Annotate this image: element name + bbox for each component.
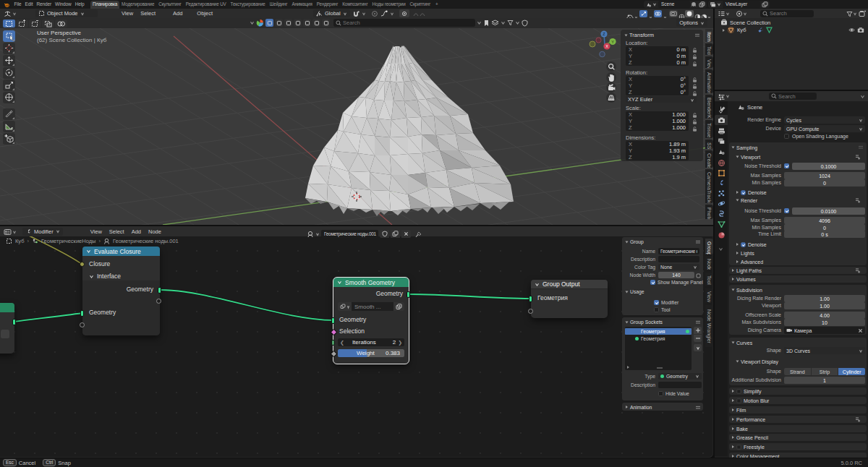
properties-render-tab[interactable] [715,115,728,125]
topbar-menu-file[interactable]: File [12,0,23,9]
disclosure-triangle-icon[interactable] [732,455,734,458]
socket-list-item[interactable]: Геометрия [625,335,692,342]
lights-subpanel-title[interactable]: Lights [741,251,754,256]
editor-type-outliner-icon[interactable] [718,10,726,17]
fake-user-ghost-icon[interactable] [691,1,697,7]
description-field[interactable] [658,256,699,262]
proportional-editing-icon[interactable] [371,10,378,17]
usage-panel-title[interactable]: Usage [630,289,644,294]
asset-scene-toggle[interactable] [284,19,292,27]
select-mode-extend-button[interactable] [16,20,28,27]
editor-type-geometry-nodes-icon[interactable] [4,228,12,236]
asset-brush-toggle[interactable] [303,19,311,27]
viewport-menu-view[interactable]: View [118,10,137,17]
add-workspace-button[interactable]: + [433,1,441,9]
presets-icon[interactable] [855,154,861,160]
iterations-stepper[interactable]: ❮Iterations2❯ [338,338,404,346]
location-z-field[interactable]: Z0 m [626,59,689,66]
modifier-wrench-icon[interactable] [757,27,764,33]
volumes-panel-title[interactable]: Volumes [736,277,756,282]
panel-menu-icon[interactable] [858,145,864,150]
group-panel-title[interactable]: Group [630,239,644,244]
new-viewlayer-icon[interactable] [762,1,768,8]
workspace-tab[interactable]: Текстурирование [229,1,268,9]
scale-tool-button[interactable] [3,80,15,91]
render-sampling-row-3-slider[interactable]: 0 s [784,231,865,238]
panel-menu-icon[interactable] [695,405,701,411]
workspace-tab[interactable]: Скриптинг [408,1,433,9]
render-engine-dropdown[interactable]: Cycles [784,116,865,124]
properties-physics-tab[interactable] [715,198,728,208]
transform-tool-button[interactable] [3,92,15,103]
bake-panel-title[interactable]: Bake [736,427,748,432]
properties-output-tab[interactable] [715,126,728,136]
unlock-icon[interactable] [692,84,697,89]
bookmark-icon[interactable] [483,20,490,27]
snap-target-icon[interactable] [401,11,407,17]
name-field[interactable]: Геометрические но... [658,248,699,254]
workspace-tab[interactable]: Редактирование UV [184,1,229,9]
workspace-tab[interactable]: Ноды геометрии [370,1,408,9]
asset-model-toggle[interactable] [265,19,273,27]
properties-scene-tab[interactable] [715,147,728,157]
disclosure-triangle-icon[interactable] [736,191,739,194]
ec-extend-output-socket[interactable] [156,299,161,304]
node-editor-menu-view[interactable]: View [87,228,106,235]
close-x-icon[interactable] [858,328,863,333]
node_width-slider[interactable]: 140 [658,272,694,278]
socket-specials-button[interactable] [694,344,702,351]
properties-breadcrumb[interactable]: Scene [747,104,762,111]
grease-pencil-panel-title[interactable]: Grease Pencil [736,435,768,440]
properties-tool-tab[interactable] [715,104,728,114]
properties-world-tab[interactable] [715,158,728,168]
vp-sampling-row-0-checkbox[interactable] [784,163,789,168]
render-subpanel-title[interactable]: Render [741,198,757,203]
properties-particles-tab[interactable] [715,188,728,198]
properties-data-tab[interactable] [715,219,728,229]
scene-collection-row[interactable]: Scene Collection [720,19,770,26]
dimensions-z-field[interactable]: Z1.9 m [626,154,689,160]
topbar-menu-edit[interactable]: Edit [23,0,35,9]
curves-shape-dropdown[interactable]: 3D Curves [784,347,865,354]
xray-toggle[interactable] [654,10,662,17]
breadcrumb-item[interactable]: Куб [15,238,25,244]
sidebar-tab-tissue[interactable]: Tissue [705,120,713,138]
scale-x-field[interactable]: X1.000 [626,111,689,118]
freestyle-panel-checkbox[interactable] [736,445,741,449]
select-mode-new-button[interactable] [3,20,15,27]
panel-film[interactable] [729,406,867,414]
filter-funnel-icon[interactable] [846,11,853,17]
subdivision-row-4-field[interactable]: Камера [784,327,865,334]
partial-node-button[interactable] [1,330,9,338]
breadcrumb-item[interactable]: Геометрические ноды.001 [113,238,179,244]
ne-sidebar-tab-node[interactable]: Node [705,256,713,270]
display-mode-icon[interactable] [736,10,743,17]
properties-viewlayer-tab[interactable] [715,136,728,146]
stepper-right-arrow[interactable]: ❯ [396,340,404,346]
weight-slider[interactable]: Weight0.383 [338,349,404,357]
disclosure-triangle-icon[interactable] [732,436,734,439]
workspace-tab[interactable]: Рендеринг [315,1,341,9]
expand-chevron[interactable] [723,29,725,32]
color_tag-dropdown[interactable]: None [658,264,699,270]
presets-icon[interactable] [855,267,861,273]
camera-view-button[interactable] [606,82,616,93]
partial-node[interactable] [0,303,14,354]
scene-selector[interactable]: Scene [644,1,707,8]
unlock-icon[interactable] [692,127,697,132]
close-x-icon[interactable] [404,231,409,236]
motion-blur-panel-title[interactable]: Motion Blur [744,398,769,403]
ne-sidebar-tab-tool[interactable]: Tool [705,273,713,286]
disclosure-triangle-icon[interactable] [626,406,628,408]
cursor-tool-button[interactable] [3,43,15,54]
disclosure-triangle-icon[interactable] [736,260,739,263]
socket-list-item[interactable]: Геометрия [625,328,692,335]
outliner-search-box[interactable]: Search [760,10,814,17]
rotate-tool-button[interactable] [3,67,15,79]
viewlayer-selector[interactable]: ViewLayer [708,1,770,8]
disclosure-triangle-icon[interactable] [736,200,739,202]
sg-geometry-input-socket[interactable] [331,317,335,324]
ec-extend-input-socket[interactable] [80,322,85,327]
performance-panel-title[interactable]: Performance [736,417,765,422]
sidebar-tab-animation[interactable]: Animation [705,69,713,93]
